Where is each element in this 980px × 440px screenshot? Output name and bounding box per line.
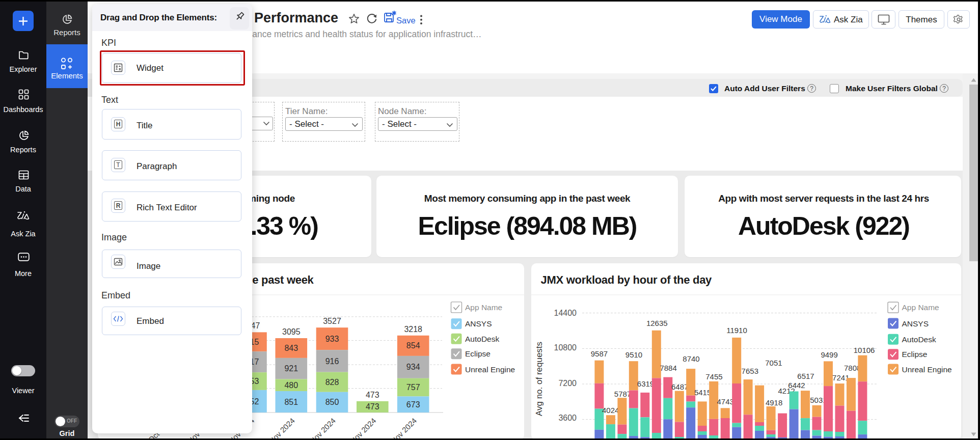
svg-text:673: 673	[406, 400, 420, 409]
svg-text:11910: 11910	[726, 326, 747, 335]
svg-text:9499: 9499	[821, 350, 837, 359]
svg-text:7200: 7200	[558, 379, 577, 388]
svg-text:6517: 6517	[797, 372, 814, 380]
svg-text:6442: 6442	[788, 381, 805, 390]
svg-text:921: 921	[284, 364, 298, 373]
svg-text:933: 933	[325, 335, 339, 343]
svg-text:480: 480	[284, 381, 298, 390]
svg-text:6319: 6319	[637, 379, 654, 388]
svg-text:934: 934	[406, 363, 420, 371]
svg-text:14400: 14400	[554, 309, 577, 317]
svg-text:7884: 7884	[660, 364, 676, 372]
svg-text:Unreal Engine: Unreal Engine	[465, 365, 515, 374]
svg-text:ANSYS: ANSYS	[465, 319, 492, 328]
svg-text:10106: 10106	[854, 346, 875, 354]
svg-text:App Name: App Name	[465, 303, 502, 312]
svg-text:473: 473	[366, 391, 379, 399]
svg-text:3527: 3527	[323, 317, 341, 325]
svg-text:3095: 3095	[282, 327, 301, 336]
svg-text:AutoDesk: AutoDesk	[465, 335, 499, 343]
svg-text:AutoDesk: AutoDesk	[902, 335, 936, 344]
svg-text:9587: 9587	[591, 349, 608, 358]
svg-text:Unreal Engine: Unreal Engine	[902, 365, 952, 374]
svg-text:Eclipse: Eclipse	[465, 349, 491, 358]
svg-text:4918: 4918	[766, 398, 782, 407]
svg-text:4743: 4743	[717, 397, 734, 406]
svg-text:843: 843	[284, 344, 298, 352]
svg-text:4024: 4024	[602, 406, 619, 415]
svg-text:3600: 3600	[558, 414, 577, 422]
svg-text:850: 850	[325, 398, 339, 406]
svg-text:JMX workload by hour of the da: JMX workload by hour of the day	[541, 273, 712, 286]
svg-text:3218: 3218	[404, 325, 422, 334]
svg-text:Eclipse: Eclipse	[902, 350, 928, 359]
svg-text:5787: 5787	[614, 390, 631, 398]
svg-text:7051: 7051	[765, 359, 782, 367]
svg-text:8740: 8740	[683, 354, 699, 363]
svg-text:916: 916	[325, 357, 339, 366]
svg-text:5415: 5415	[694, 388, 711, 397]
svg-text:473: 473	[366, 402, 379, 411]
svg-text:6487: 6487	[671, 382, 688, 391]
svg-text:854: 854	[406, 341, 420, 350]
svg-text:851: 851	[284, 398, 298, 406]
svg-text:12635: 12635	[646, 319, 668, 327]
svg-text:9510: 9510	[625, 350, 642, 359]
svg-text:757: 757	[406, 383, 420, 392]
svg-text:ANSYS: ANSYS	[902, 319, 929, 328]
svg-text:10800: 10800	[554, 343, 577, 352]
svg-text:Avg no. of requests: Avg no. of requests	[534, 342, 544, 416]
svg-text:7653: 7653	[742, 367, 758, 375]
svg-text:828: 828	[325, 378, 339, 387]
svg-text:App Name: App Name	[902, 303, 939, 312]
svg-text:7455: 7455	[705, 372, 722, 381]
